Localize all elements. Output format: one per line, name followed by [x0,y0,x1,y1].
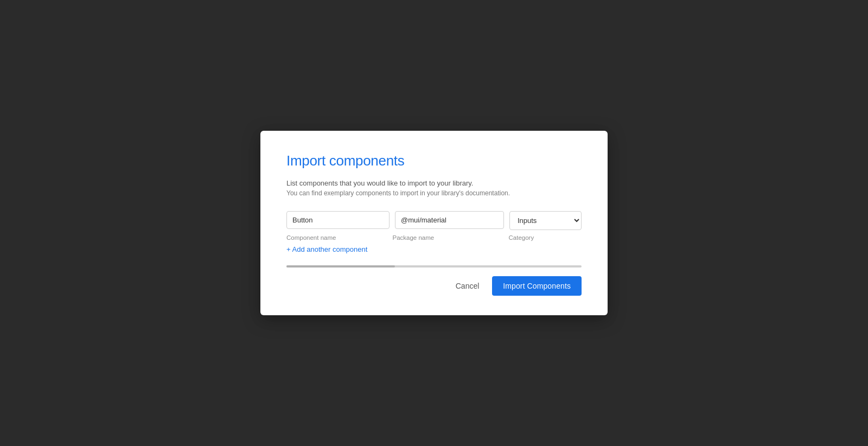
cancel-button[interactable]: Cancel [449,277,486,295]
component-row: Inputs Display Navigation Layout Feedbac… [286,211,582,230]
component-name-label: Component name [286,234,387,241]
component-name-input[interactable] [286,211,390,229]
scroll-indicator [286,265,582,267]
package-name-label: Package name [392,234,503,241]
dialog-description: List components that you would like to i… [286,178,582,199]
category-label: Category [509,234,582,241]
import-dialog: Import components List components that y… [260,131,608,316]
description-line1: List components that you would like to i… [286,178,582,189]
description-line2: You can find exemplary components to imp… [286,188,582,198]
add-another-component-link[interactable]: + Add another component [286,245,367,253]
category-select[interactable]: Inputs Display Navigation Layout Feedbac… [509,211,582,230]
modal-overlay: Import components List components that y… [0,0,868,446]
package-name-input[interactable] [395,211,504,229]
fields-area: Inputs Display Navigation Layout Feedbac… [286,211,582,241]
field-labels: Component name Package name Category [286,234,582,241]
dialog-title: Import components [286,152,582,169]
dialog-actions: Cancel Import Components [286,276,582,296]
import-components-button[interactable]: Import Components [492,276,582,296]
scroll-thumb [286,265,395,267]
